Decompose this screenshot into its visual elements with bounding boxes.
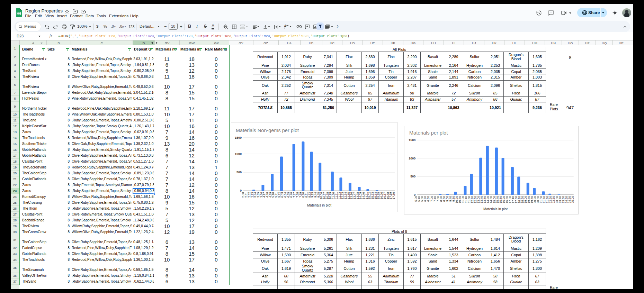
svg-text:0: 0 [240, 189, 242, 192]
svg-text:16.88: 16.88 [386, 192, 390, 199]
svg-text:14.60: 14.60 [490, 196, 493, 203]
svg-text:11.92: 11.92 [338, 192, 341, 199]
svg-text:15.95: 15.95 [377, 192, 381, 199]
svg-text:10.37: 10.37 [323, 192, 326, 199]
svg-text:13.00: 13.00 [477, 196, 480, 203]
svg-text:7.80: 7.80 [437, 196, 440, 202]
svg-text:24.20: 24.20 [565, 196, 568, 203]
svg-text:1500: 1500 [409, 138, 415, 142]
svg-text:4.48: 4.48 [266, 192, 269, 198]
svg-text:9.40: 9.40 [449, 196, 452, 202]
svg-text:4.17: 4.17 [263, 192, 266, 198]
svg-text:11.00: 11.00 [462, 196, 465, 203]
svg-text:1000: 1000 [235, 152, 242, 156]
svg-text:9.80: 9.80 [452, 196, 455, 202]
svg-text:Materials Non-gems per plot: Materials Non-gems per plot [236, 128, 299, 133]
svg-text:7.89: 7.89 [299, 192, 302, 198]
svg-text:10.60: 10.60 [458, 196, 462, 203]
svg-text:17.00: 17.00 [509, 196, 512, 203]
svg-text:5.72: 5.72 [278, 192, 281, 198]
svg-text:9.00: 9.00 [446, 196, 449, 202]
svg-text:13.78: 13.78 [356, 192, 359, 199]
svg-text:12.23: 12.23 [341, 192, 344, 199]
svg-text:9.75: 9.75 [317, 192, 320, 198]
svg-text:22.60: 22.60 [552, 196, 555, 203]
svg-text:5.40: 5.40 [418, 196, 421, 202]
svg-text:16.57: 16.57 [383, 192, 386, 199]
svg-text:9.13: 9.13 [311, 192, 314, 198]
svg-text:10.68: 10.68 [326, 192, 329, 199]
svg-text:8.82: 8.82 [308, 192, 311, 198]
svg-text:12.60: 12.60 [474, 196, 477, 203]
svg-text:14.09: 14.09 [359, 192, 362, 199]
svg-text:5.80: 5.80 [421, 196, 424, 202]
svg-text:17.50: 17.50 [392, 192, 395, 199]
svg-text:500: 500 [410, 175, 415, 178]
svg-text:Materials in plot: Materials in plot [483, 207, 508, 211]
svg-text:17.40: 17.40 [512, 196, 515, 203]
svg-text:21.80: 21.80 [546, 196, 549, 203]
svg-text:5.41: 5.41 [275, 192, 278, 198]
svg-text:19.80: 19.80 [530, 196, 534, 203]
svg-text:7.40: 7.40 [433, 196, 437, 202]
svg-text:17.80: 17.80 [515, 196, 518, 203]
svg-text:2.93: 2.93 [251, 192, 254, 198]
svg-text:11.61: 11.61 [335, 192, 338, 199]
svg-text:19.00: 19.00 [524, 196, 527, 203]
svg-text:24.60: 24.60 [568, 196, 571, 203]
svg-text:20.20: 20.20 [534, 196, 537, 203]
svg-text:13.47: 13.47 [353, 192, 356, 199]
svg-text:4.79: 4.79 [269, 192, 272, 198]
svg-text:19.40: 19.40 [527, 196, 530, 203]
svg-text:8.51: 8.51 [305, 192, 308, 198]
svg-text:11.80: 11.80 [468, 196, 471, 203]
svg-text:13.16: 13.16 [350, 192, 353, 199]
svg-text:11.30: 11.30 [332, 192, 335, 199]
svg-text:16.60: 16.60 [506, 196, 509, 203]
svg-text:8.60: 8.60 [443, 196, 446, 202]
svg-text:21.00: 21.00 [540, 196, 543, 203]
svg-text:15.40: 15.40 [496, 196, 499, 203]
svg-text:23.80: 23.80 [562, 196, 565, 203]
svg-text:500: 500 [236, 171, 242, 174]
svg-text:6.03: 6.03 [281, 192, 284, 198]
svg-text:1000: 1000 [409, 157, 415, 160]
svg-text:23.00: 23.00 [556, 196, 559, 203]
svg-text:3.24: 3.24 [254, 192, 257, 198]
svg-text:17.19: 17.19 [389, 192, 392, 199]
svg-text:11.40: 11.40 [465, 196, 468, 203]
svg-text:Materials in plot: Materials in plot [307, 203, 331, 207]
svg-text:16.20: 16.20 [502, 196, 506, 203]
svg-text:16.26: 16.26 [380, 192, 383, 199]
svg-text:7.27: 7.27 [293, 192, 296, 198]
svg-text:18.20: 18.20 [518, 196, 521, 203]
svg-text:25.00: 25.00 [571, 196, 574, 203]
svg-text:8.20: 8.20 [302, 192, 305, 198]
svg-text:18.60: 18.60 [521, 196, 524, 203]
svg-text:10.06: 10.06 [320, 192, 323, 199]
svg-text:20.60: 20.60 [537, 196, 540, 203]
svg-text:8.20: 8.20 [440, 196, 443, 202]
svg-text:15.02: 15.02 [368, 192, 372, 199]
svg-text:13.80: 13.80 [483, 196, 486, 203]
svg-text:15.33: 15.33 [371, 192, 374, 199]
svg-text:14.71: 14.71 [365, 192, 368, 199]
svg-text:10.99: 10.99 [329, 192, 332, 199]
svg-text:15.80: 15.80 [499, 196, 502, 203]
svg-text:22.20: 22.20 [549, 196, 552, 203]
svg-text:13.40: 13.40 [480, 196, 483, 203]
svg-text:23.40: 23.40 [559, 196, 562, 203]
svg-text:1500: 1500 [235, 136, 242, 139]
svg-text:6.20: 6.20 [424, 196, 427, 202]
svg-text:14.40: 14.40 [362, 192, 365, 199]
svg-text:15.00: 15.00 [493, 196, 496, 203]
svg-text:7.58: 7.58 [296, 192, 299, 198]
svg-text:6.34: 6.34 [284, 192, 287, 198]
svg-text:6.60: 6.60 [427, 196, 430, 202]
svg-text:3.86: 3.86 [260, 192, 263, 198]
svg-text:12.85: 12.85 [347, 192, 350, 199]
svg-text:5.00: 5.00 [414, 196, 418, 202]
svg-text:2.62: 2.62 [248, 192, 251, 198]
svg-text:7.00: 7.00 [430, 196, 433, 202]
svg-text:10.20: 10.20 [455, 196, 458, 203]
